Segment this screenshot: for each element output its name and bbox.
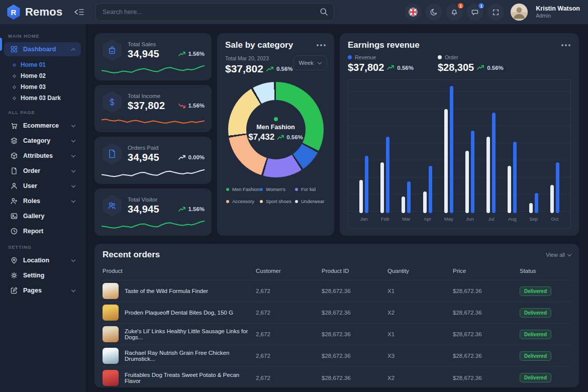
dark-mode-button[interactable] bbox=[425, 4, 442, 21]
sidebar-item-roles[interactable]: Roles bbox=[4, 194, 81, 208]
legend-ring-icon bbox=[260, 188, 263, 191]
stat-card-orders-paid: Orders Paid 34,945 0.00% bbox=[94, 137, 212, 184]
bar-group: Jan bbox=[359, 86, 368, 225]
bar-order bbox=[508, 166, 511, 213]
sidebar-item-pages[interactable]: Pages bbox=[4, 283, 81, 298]
table-header: Product Customer Product ID Quantity Pri… bbox=[103, 264, 571, 280]
bar-revenue bbox=[471, 131, 474, 213]
status-badge: Delivered bbox=[520, 330, 551, 339]
table-row[interactable]: Rachael Ray Nutrish Grain Free Chicken D… bbox=[103, 345, 571, 367]
active-indicator bbox=[0, 38, 2, 51]
language-flag-button[interactable] bbox=[405, 4, 422, 21]
table-row[interactable]: Zuke's Lil' Links Healthy Little Sausage… bbox=[103, 324, 571, 345]
sidebar-item-setting[interactable]: Setting bbox=[4, 268, 81, 282]
product-thumbnail bbox=[103, 283, 119, 299]
file-icon bbox=[10, 167, 18, 175]
search-bar bbox=[95, 3, 334, 21]
notifications-button[interactable]: 1 bbox=[446, 4, 463, 21]
sidebar-subitem-home-03[interactable]: Home 03 bbox=[0, 81, 85, 92]
stat-value: $37,802 bbox=[128, 100, 165, 112]
legend-ring-icon bbox=[226, 188, 229, 191]
center-value: $7,432 bbox=[248, 132, 274, 142]
stats-column: Total Sales 34,945 1.56% Total Income $3… bbox=[94, 33, 212, 236]
bar-revenue bbox=[365, 156, 368, 213]
fullscreen-button[interactable] bbox=[487, 4, 504, 21]
bar-group: Feb bbox=[380, 86, 389, 225]
bar-order bbox=[529, 203, 533, 213]
avatar[interactable] bbox=[511, 4, 528, 21]
orders-sparkline bbox=[102, 165, 205, 180]
sidebar-subitem-home-03-dark[interactable]: Home 03 Dark bbox=[0, 92, 85, 104]
expand-icon bbox=[492, 9, 500, 16]
legend-ring-icon bbox=[226, 200, 229, 203]
product-thumbnail bbox=[103, 370, 119, 386]
legend-revenue: Revenue $37,8020.56% bbox=[348, 54, 414, 73]
user-icon bbox=[10, 182, 18, 190]
sidebar-item-gallery[interactable]: Gallery bbox=[4, 209, 81, 223]
cube-icon bbox=[10, 152, 18, 160]
sidebar-item-report[interactable]: Report bbox=[4, 224, 81, 238]
bar-group: Jun bbox=[465, 86, 474, 225]
stat-value: 34,945 bbox=[128, 152, 159, 163]
bar-order bbox=[423, 191, 427, 213]
bar-revenue bbox=[492, 113, 496, 213]
main-content: Total Sales 34,945 1.56% Total Income $3… bbox=[85, 24, 588, 392]
sidebar-item-dashboard[interactable]: Dashboard bbox=[4, 42, 81, 56]
card-title: Earnings revenue bbox=[348, 40, 420, 50]
view-all-link[interactable]: View all bbox=[546, 252, 571, 258]
sidebar-item-location[interactable]: Location bbox=[4, 253, 81, 267]
chevron-down-icon bbox=[71, 183, 75, 187]
stat-card-total-sales: Total Sales 34,945 1.56% bbox=[94, 33, 212, 80]
diamond-bullet bbox=[13, 85, 16, 88]
trend-flat-icon bbox=[178, 155, 185, 160]
messages-button[interactable]: 1 bbox=[466, 4, 483, 21]
order-dot bbox=[438, 55, 442, 59]
product-thumbnail bbox=[103, 326, 119, 342]
dashboard-submenu: Home 01 Home 02 Home 03 Home 03 Dark bbox=[0, 59, 85, 104]
bar-group: Mar bbox=[402, 86, 411, 225]
trend-up-icon bbox=[387, 65, 394, 70]
total-change: 0.56% bbox=[276, 66, 293, 72]
chevron-down-icon bbox=[71, 198, 75, 202]
sidebar-item-order[interactable]: Order bbox=[4, 164, 81, 178]
more-options-icon[interactable] bbox=[565, 44, 567, 46]
bar-group: Aug bbox=[508, 86, 517, 225]
more-options-icon[interactable] bbox=[320, 44, 322, 46]
sales-sparkline bbox=[102, 62, 205, 77]
bell-icon bbox=[450, 8, 458, 17]
grid-icon bbox=[10, 45, 18, 53]
search-icon[interactable] bbox=[320, 8, 328, 16]
user-role: Admin bbox=[536, 13, 580, 19]
table-row[interactable]: Fruitables Dog Treats Sweet Potato & Pec… bbox=[103, 367, 571, 388]
logo[interactable]: R Remos bbox=[0, 5, 85, 20]
period-select[interactable]: Week bbox=[293, 55, 327, 70]
layers-icon bbox=[10, 137, 18, 145]
sidebar-subitem-home-01[interactable]: Home 01 bbox=[0, 59, 85, 70]
total-date-label: Total Mar 20, 2023 bbox=[225, 55, 293, 61]
sidebar-item-user[interactable]: User bbox=[4, 179, 81, 193]
legend-ring-icon bbox=[295, 188, 298, 191]
stat-card-total-visitor: Total Visitor 34,945 1.56% bbox=[94, 188, 212, 236]
table-row[interactable]: Taste of the Wild Formula Finder 2,672 $… bbox=[103, 280, 571, 302]
center-category-label: Men Fashion bbox=[256, 124, 295, 131]
trend-up-icon bbox=[178, 207, 185, 212]
shopping-bag-icon bbox=[102, 39, 123, 61]
chevron-up-icon bbox=[71, 48, 75, 52]
sidebar-item-label: Dashboard bbox=[23, 46, 56, 53]
sidebar-item-category[interactable]: Category bbox=[4, 134, 81, 148]
x-tick-label: Mar bbox=[402, 216, 410, 225]
sidebar-item-attributes[interactable]: Attributes bbox=[4, 149, 81, 163]
legend-ring-icon bbox=[260, 200, 263, 203]
table-row[interactable]: Proden Plaqueoff Dental Bites Dog, 150 G… bbox=[103, 302, 571, 324]
bar-revenue bbox=[535, 193, 538, 213]
x-tick-label: May bbox=[444, 216, 453, 225]
x-tick-label: Sep bbox=[529, 216, 538, 225]
bar-group: Oct bbox=[550, 86, 559, 225]
search-input[interactable] bbox=[95, 3, 334, 21]
trend-up-icon bbox=[277, 135, 284, 140]
sidebar-collapse-icon[interactable] bbox=[73, 7, 84, 17]
sidebar-subitem-home-02[interactable]: Home 02 bbox=[0, 70, 85, 81]
sidebar-item-ecommerce[interactable]: Ecommerce bbox=[4, 119, 81, 133]
bar-order bbox=[402, 197, 405, 213]
sidebar: MAIN HOME Dashboard Home 01 Home 02 Home… bbox=[0, 24, 85, 392]
